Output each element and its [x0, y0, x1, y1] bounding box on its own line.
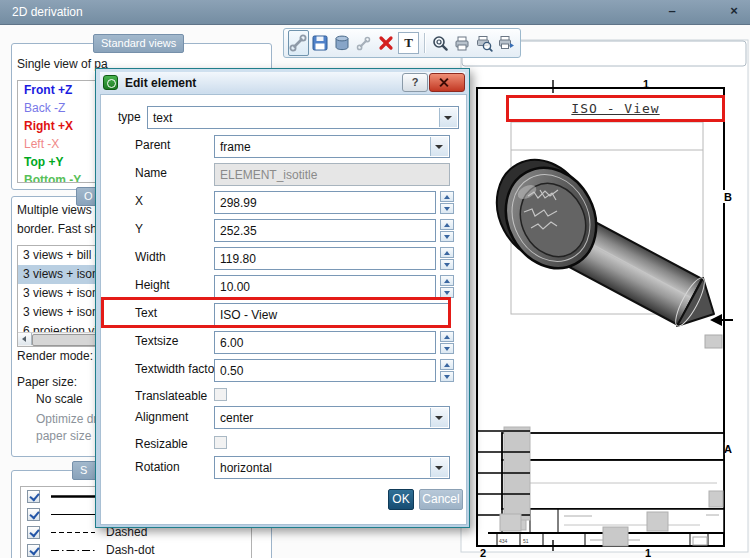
textsize-field[interactable]: 6.00 [214, 331, 436, 354]
dialog-close-button[interactable] [429, 73, 465, 92]
thin-line-sample-icon [50, 512, 96, 517]
width-stepper[interactable] [440, 247, 454, 270]
save-icon[interactable] [310, 30, 331, 56]
parent-label: Parent [135, 138, 170, 152]
spin-up-icon[interactable] [440, 191, 454, 202]
database-icon[interactable] [332, 30, 353, 56]
spin-down-icon[interactable] [440, 287, 454, 298]
spin-down-icon[interactable] [440, 203, 454, 214]
textsize-stepper[interactable] [440, 331, 454, 354]
svg-text:A: A [724, 443, 732, 455]
delete-icon[interactable] [375, 30, 396, 56]
optimize-label-1: Optimize dra [36, 412, 104, 426]
spin-down-icon[interactable] [440, 231, 454, 242]
dash-dot-line-sample-icon [50, 548, 96, 553]
text-tool-icon[interactable]: T [397, 30, 420, 56]
standard-views-caption: Standard views [93, 34, 184, 53]
window-close-button[interactable]: × [724, 2, 744, 20]
chevron-down-icon[interactable] [439, 108, 457, 127]
toolbar-separator [424, 33, 426, 53]
chevron-down-icon[interactable] [430, 458, 448, 477]
render-mode-label: Render mode: [17, 349, 93, 363]
y-stepper[interactable] [440, 219, 454, 242]
window-title: 2D derivation [12, 5, 83, 19]
dialog-title: Edit element [125, 76, 196, 90]
text-field[interactable]: ISO - View [214, 303, 450, 326]
height-field[interactable]: 10.00 [214, 275, 436, 298]
svg-text:434: 434 [499, 538, 508, 544]
spin-up-icon[interactable] [440, 331, 454, 342]
zone-label-bottom-right: 1 [645, 547, 651, 558]
zone-label-b: B [721, 190, 734, 203]
app-logo-icon [103, 75, 118, 90]
rotation-combobox[interactable]: horizontal [214, 456, 450, 479]
dialog-titlebar[interactable]: Edit element ? [100, 72, 465, 93]
textwidth-factor-field[interactable]: 0.50 [214, 359, 436, 382]
paper-size-label: Paper size: [17, 375, 77, 389]
height-label: Height [135, 278, 170, 292]
placeholder-box [705, 335, 722, 348]
textwidth-factor-label: Textwidth factor [135, 362, 218, 376]
spin-up-icon[interactable] [440, 275, 454, 286]
thin-line-checkbox[interactable] [27, 508, 40, 521]
resizable-checkbox[interactable] [214, 436, 227, 449]
parent-combobox[interactable]: frame [214, 135, 450, 158]
x-label: X [135, 194, 143, 208]
zone-label-bottom-left: 2 [480, 547, 486, 558]
svg-text:B: B [724, 191, 732, 203]
type-combobox[interactable]: text [147, 106, 459, 129]
spin-down-icon[interactable] [440, 343, 454, 354]
zoom-icon[interactable] [430, 30, 451, 56]
iso-view-title: ISO - View [571, 101, 659, 116]
translateable-checkbox[interactable] [214, 388, 227, 401]
spin-down-icon[interactable] [440, 259, 454, 270]
x-field[interactable]: 298.99 [214, 191, 436, 214]
list-item[interactable]: Dash-dot [21, 541, 251, 558]
spin-up-icon[interactable] [440, 247, 454, 258]
print-icon[interactable] [452, 30, 473, 56]
dash-dot-line-checkbox[interactable] [27, 544, 40, 557]
y-field[interactable]: 252.35 [214, 219, 436, 242]
name-field: ELEMENT_isotitle [214, 163, 450, 186]
scroll-left-arrow-icon[interactable] [18, 333, 32, 345]
text-label: Text [135, 306, 157, 320]
spin-up-icon[interactable] [440, 219, 454, 230]
wrench-icon[interactable] [353, 30, 374, 56]
x-stepper[interactable] [440, 191, 454, 214]
toolbar: T [283, 28, 521, 58]
alignment-label: Alignment [135, 410, 188, 424]
minimize-button[interactable]: – [662, 2, 682, 20]
spin-up-icon[interactable] [440, 359, 454, 370]
chevron-down-icon[interactable] [430, 137, 448, 156]
y-label: Y [135, 222, 143, 236]
zone-label-top: 1 [643, 78, 649, 90]
textwidth-factor-stepper[interactable] [440, 359, 454, 382]
rotation-label: Rotation [135, 460, 180, 474]
svg-text:51: 51 [523, 538, 529, 544]
cancel-button[interactable]: Cancel [419, 489, 463, 510]
spin-down-icon[interactable] [440, 371, 454, 382]
alignment-combobox[interactable]: center [214, 406, 450, 429]
width-field[interactable]: 119.80 [214, 247, 436, 270]
type-label: type [118, 110, 141, 124]
help-button[interactable]: ? [402, 73, 428, 92]
edit-element-dialog: Edit element ? type text Parent frame Na… [95, 68, 470, 528]
no-scale-label: No scale [36, 392, 83, 406]
height-stepper[interactable] [440, 275, 454, 298]
textsize-label: Textsize [135, 334, 178, 348]
ok-button[interactable]: OK [388, 489, 414, 510]
translateable-label: Translateable [135, 389, 207, 403]
dashed-line-checkbox[interactable] [27, 526, 40, 539]
optimize-label-2: paper size [36, 429, 91, 443]
dialog-content: type text Parent frame Name ELEMENT_isot… [100, 94, 467, 525]
print-preview-icon[interactable] [473, 30, 494, 56]
thick-line-sample-icon [50, 494, 96, 499]
dashed-line-sample-icon [50, 530, 96, 535]
window-titlebar[interactable]: 2D derivation – × [0, 0, 750, 25]
print-setup-icon[interactable] [495, 30, 516, 56]
chevron-down-icon[interactable] [430, 408, 448, 427]
edit-wrench-icon[interactable] [288, 30, 309, 56]
iso-view-title-annotation: ISO - View [506, 95, 725, 122]
resizable-label: Resizable [135, 437, 188, 451]
thick-line-checkbox[interactable] [27, 490, 40, 503]
